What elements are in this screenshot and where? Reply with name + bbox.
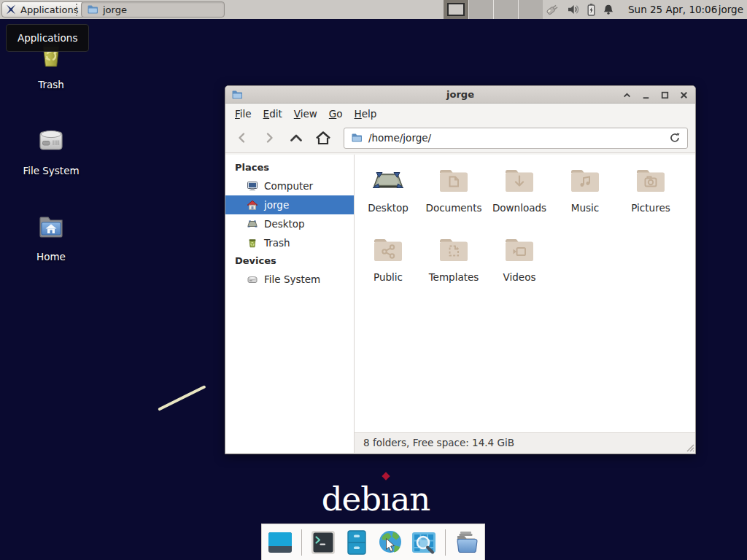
terminal-icon[interactable] xyxy=(309,529,337,556)
desktop-icon-label: Home xyxy=(11,251,91,262)
resize-grip[interactable] xyxy=(685,443,694,452)
menu-file[interactable]: File xyxy=(229,105,258,122)
web-browser-globe-icon[interactable] xyxy=(376,529,404,556)
statusbar-text: 8 folders, Free space: 14.4 GiB xyxy=(363,437,514,448)
path-text[interactable]: /home/jorge/ xyxy=(368,132,663,144)
sidebar-item-desktop[interactable]: Desktop xyxy=(225,214,354,233)
taskbar-window-label: jorge xyxy=(103,4,127,15)
panel-username[interactable]: jorge xyxy=(719,0,743,19)
folder-item-documents[interactable]: Documents xyxy=(421,163,487,233)
file-manager-folder-icon[interactable] xyxy=(452,529,480,556)
taskbar-window-button[interactable]: jorge xyxy=(81,1,225,18)
minimize-button[interactable] xyxy=(641,90,651,100)
workspace-window-miniature xyxy=(447,3,465,16)
panel-clock[interactable]: Sun 25 Apr, 10:06 xyxy=(628,0,717,19)
menubar: File Edit View Go Help xyxy=(225,104,695,123)
folder-item-videos[interactable]: Videos xyxy=(487,233,552,302)
computer-icon xyxy=(247,180,258,192)
reload-icon[interactable] xyxy=(669,132,681,144)
sidebar-item-trash[interactable]: Trash xyxy=(225,233,354,252)
file-cabinet-icon[interactable] xyxy=(343,529,371,556)
folder-item-label: Public xyxy=(374,271,403,283)
home-icon xyxy=(247,199,258,211)
menu-view[interactable]: View xyxy=(288,105,323,122)
notifications-bell-icon[interactable] xyxy=(603,4,614,16)
toolbar: /home/jorge/ xyxy=(225,123,695,153)
path-folder-icon xyxy=(351,132,363,144)
music-folder-icon xyxy=(568,163,603,198)
desktop-icon-label: Trash xyxy=(11,79,91,90)
file-manager-window: jorge File Edit View Go Help xyxy=(225,85,696,454)
desktop-icon-file-system[interactable]: File System xyxy=(11,122,91,176)
dock-separator xyxy=(301,529,302,556)
templates-folder-icon xyxy=(436,233,471,268)
applications-menu-label: Applications xyxy=(20,4,78,15)
brand-text: deb xyxy=(322,480,381,518)
top-panel: Applications jorge xyxy=(0,0,747,19)
maximize-button[interactable] xyxy=(660,90,670,100)
folder-item-label: Pictures xyxy=(631,202,670,214)
debian-wallpaper-logo: debıan xyxy=(292,480,460,518)
home-folder-icon xyxy=(34,209,69,244)
folder-item-label: Documents xyxy=(426,202,482,214)
sidebar-item-jorge[interactable]: jorge xyxy=(225,195,354,214)
window-titlebar[interactable]: jorge xyxy=(225,86,695,104)
home-button[interactable] xyxy=(314,128,333,147)
sidebar: Places Computer xyxy=(225,155,355,453)
downloads-folder-icon xyxy=(502,163,537,198)
close-button[interactable] xyxy=(679,90,689,100)
power-plug-icon[interactable] xyxy=(544,2,560,17)
sidebar-item-label: Trash xyxy=(264,237,290,249)
window-content: Places Computer xyxy=(225,155,695,453)
folder-item-label: Templates xyxy=(429,271,479,283)
window-controls xyxy=(622,86,689,104)
desktop-icon-label: File System xyxy=(11,165,91,176)
battery-charging-icon[interactable] xyxy=(587,3,596,17)
sidebar-item-label: jorge xyxy=(264,199,289,211)
debian-diamond-icon xyxy=(382,472,390,480)
show-desktop-icon[interactable] xyxy=(266,529,294,556)
folder-item-label: Desktop xyxy=(368,202,409,214)
menu-help[interactable]: Help xyxy=(349,105,383,122)
folder-view[interactable]: Desktop Documents xyxy=(355,155,695,453)
sidebar-item-computer[interactable]: Computer xyxy=(225,176,354,195)
workspace-2[interactable] xyxy=(468,0,493,19)
sidebar-item-label: Computer xyxy=(264,180,313,192)
desktop-mini-icon xyxy=(247,218,258,230)
drive-mini-icon xyxy=(247,273,258,285)
folder-item-public[interactable]: Public xyxy=(355,233,421,302)
folder-item-downloads[interactable]: Downloads xyxy=(487,163,552,233)
hard-drive-icon xyxy=(34,122,69,158)
dock-separator xyxy=(445,529,446,556)
applications-menu-button[interactable]: Applications xyxy=(1,1,85,18)
folder-item-pictures[interactable]: Pictures xyxy=(618,163,684,233)
workspace-pager xyxy=(444,0,543,19)
menu-edit[interactable]: Edit xyxy=(258,105,288,122)
brand-i: ı xyxy=(381,480,390,518)
folder-item-templates[interactable]: Templates xyxy=(421,233,487,302)
volume-icon[interactable] xyxy=(567,3,580,16)
desktop-icon-home[interactable]: Home xyxy=(11,209,91,262)
back-button[interactable] xyxy=(233,128,252,147)
forward-button[interactable] xyxy=(260,128,279,147)
location-bar[interactable]: /home/jorge/ xyxy=(344,128,688,149)
workspace-4[interactable] xyxy=(518,0,543,19)
dock-panel xyxy=(261,524,485,560)
public-folder-icon xyxy=(371,233,406,268)
workspace-1[interactable] xyxy=(444,0,468,19)
brand-text: an xyxy=(390,480,430,518)
menu-go[interactable]: Go xyxy=(323,105,349,122)
sidebar-header-devices: Devices xyxy=(225,252,354,270)
window-folder-icon xyxy=(231,89,243,101)
folder-item-desktop[interactable]: Desktop xyxy=(355,163,421,233)
applications-tooltip: Applications xyxy=(6,24,89,52)
folder-item-music[interactable]: Music xyxy=(552,163,618,233)
panel-handle[interactable] xyxy=(75,3,79,16)
sidebar-header-places: Places xyxy=(225,159,354,176)
up-button[interactable] xyxy=(287,128,306,147)
statusbar: 8 folders, Free space: 14.4 GiB xyxy=(355,432,695,453)
application-finder-icon[interactable] xyxy=(410,529,438,556)
sidebar-item-file-system[interactable]: File System xyxy=(225,270,354,289)
shade-button[interactable] xyxy=(622,90,632,100)
workspace-3[interactable] xyxy=(493,0,518,19)
